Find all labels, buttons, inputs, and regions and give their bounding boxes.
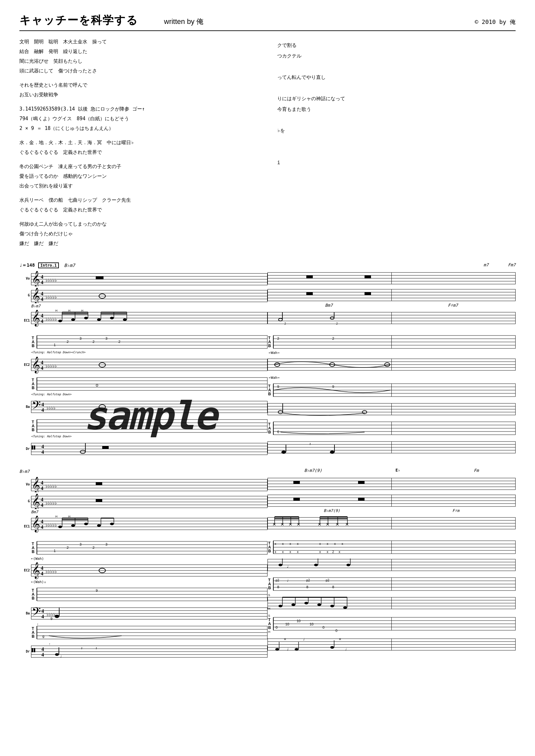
svg-text:B: B [268, 625, 271, 630]
svg-rect-381 [294, 498, 300, 501]
svg-point-277 [97, 524, 101, 527]
ec1-second-tab-row: T A B 1 2 3 2 3 [19, 538, 268, 556]
fshm7-label: F♯m7 [448, 303, 458, 308]
ba-second-staff: 𝄢 4 4 ♭♭♭♭ 9 [31, 605, 268, 622]
svg-rect-134 [306, 275, 313, 278]
svg-text:✕: ✕ [284, 637, 286, 641]
ba-label: Ba [19, 405, 30, 409]
lyrics-line: ぐるぐるぐるぐる 定義された世界で [19, 205, 258, 215]
bbm7-chord-label: B♭m7 [19, 468, 268, 474]
svg-text:♩: ♩ [287, 647, 289, 651]
svg-text:4: 4 [41, 313, 43, 318]
lyrics-line: ♭を [277, 125, 516, 136]
svg-text:x: x [282, 550, 284, 554]
svg-text:B: B [32, 550, 35, 554]
svg-text:𝄞: 𝄞 [32, 516, 40, 533]
ec2-second-right-treble-row: ♩ [268, 556, 516, 574]
svg-text:x: x [327, 542, 328, 546]
dr-second-staff: 𝄥 4 4 ↑ ♩ 𝄽 𝄽 [31, 642, 268, 660]
bbm79-label: B♭m7(9) [304, 468, 322, 473]
svg-text:3: 3 [105, 542, 107, 546]
svg-text:2: 2 [332, 337, 334, 340]
svg-point-524 [295, 648, 298, 651]
lyrics-para-2: それを歴史という名前で呼んで お互いお受験戦争 [19, 80, 258, 99]
svg-text:↑: ↑ [37, 623, 39, 626]
svg-rect-144 [306, 292, 313, 295]
svg-text:4: 4 [42, 444, 44, 449]
svg-text:4: 4 [42, 449, 44, 455]
svg-text:✕: ✕ [280, 522, 284, 527]
svg-point-40 [84, 317, 88, 319]
lyrics-para-6: 水兵リーベ 僕の船 七曲りシップ クラーク先生 ぐるぐるぐるぐる 定義された世界… [19, 195, 258, 215]
svg-text:4: 4 [41, 280, 43, 285]
svg-point-451 [347, 564, 350, 566]
ec2-right-tab: T A B 9 9 [268, 380, 516, 398]
g-second-staff: 𝄞 4 4 ♭♭♭♭♭ [31, 493, 268, 509]
g-label-2: G [19, 500, 30, 503]
svg-text:B: B [268, 430, 271, 434]
svg-text:10: 10 [296, 619, 300, 623]
lyrics-line: それを歴史という名前で呼んで [19, 80, 258, 90]
svg-text:2: 2 [93, 546, 95, 550]
lyrics-line: りにはギリシャの神話になって [277, 94, 516, 104]
ec1-treble-row: EC1 𝄞 4 4 ♭♭♭♭♭ H H H [19, 309, 268, 332]
svg-text:4: 4 [41, 274, 43, 280]
svg-text:x: x [319, 550, 321, 554]
svg-text:𝄞: 𝄞 [32, 357, 40, 374]
svg-point-38 [71, 318, 75, 321]
vo-label: Vo [19, 277, 30, 280]
svg-text:o: o [96, 424, 98, 430]
ba-second-right-tab: T A B S H 0 10 10 [268, 614, 516, 634]
svg-point-528 [330, 646, 334, 649]
svg-point-154 [278, 318, 282, 321]
svg-text:♭♭♭♭♭: ♭♭♭♭♭ [45, 569, 57, 574]
svg-text:2: 2 [67, 546, 69, 550]
svg-text:4: 4 [41, 519, 43, 524]
svg-text:𝄥: 𝄥 [32, 645, 35, 657]
lyrics-left: 文明 開明 聡明 木火土金水 操って 結合 融解 発明 繰り返した 闇に光浴びせ… [19, 37, 258, 253]
ec1-second-right-tab-row: T A B x x x x [268, 537, 516, 555]
svg-text:H: H [268, 607, 270, 610]
svg-text:x: x [282, 542, 284, 546]
svg-text:1: 1 [54, 343, 56, 347]
score-second-right: B♭m7(9) E♭ Fm [268, 468, 516, 661]
g-right-staff [268, 286, 516, 302]
svg-text:4: 4 [41, 296, 43, 302]
svg-text:x: x [297, 542, 298, 546]
svg-text:4: 4 [41, 565, 43, 571]
svg-point-483 [292, 604, 295, 606]
svg-text:H: H [268, 630, 270, 634]
vo-label-2: Vo [19, 483, 30, 486]
ba-second-right-tab-row: T A B S H 0 10 10 [268, 614, 516, 634]
ec1-right-chord-row: Bm7 F♯m7 [268, 303, 516, 308]
right-chord-row: m7 Fm7 [268, 262, 516, 267]
ec2-second-treble: 𝄞 4 4 ♭♭♭♭♭ [31, 561, 268, 579]
svg-text:x: x [319, 542, 321, 546]
page: キャッチーを科学する written by 俺 © 2010 by 俺 文明 開… [0, 0, 535, 756]
lyrics-line: 何故ゆえ二人が出会ってしまったのかな [19, 219, 258, 229]
fm-label: Fm [474, 468, 479, 473]
ba-treble-row: Ba 𝄢 4 4 ♭♭♭♭ [19, 398, 268, 416]
bbm79-ec1-label: B♭m7(9) [324, 508, 340, 513]
vo-second-right-row [268, 475, 516, 491]
ec1-right-tab-row: T A B 2 2 [268, 332, 516, 350]
svg-point-521 [275, 648, 279, 651]
svg-text:𝄽: 𝄽 [310, 443, 311, 446]
svg-text:4: 4 [42, 614, 44, 619]
svg-text:2: 2 [284, 322, 286, 325]
svg-text:x: x [297, 550, 298, 554]
lyrics-section: 文明 開明 聡明 木火土金水 操って 結合 融解 発明 繰り返した 闇に光浴びせ… [19, 37, 516, 253]
ba-tab-staff: T A B o [31, 416, 268, 434]
svg-text:𝄽: 𝄽 [96, 647, 97, 650]
svg-point-359 [55, 653, 59, 656]
right-chord-2: Fm7 [508, 262, 516, 267]
ec2-tab-row: T A B o [19, 374, 268, 392]
svg-rect-371 [294, 481, 300, 484]
svg-text:♭♭♭♭: ♭♭♭♭ [46, 612, 56, 617]
svg-text:x: x [327, 550, 328, 554]
ec2-second-tab: T A B 9 [31, 585, 268, 603]
svg-rect-382 [358, 498, 365, 501]
svg-text:H: H [55, 515, 58, 518]
svg-text:p2: p2 [276, 579, 279, 582]
ec1-chord-label: B♭m7 [31, 304, 268, 308]
